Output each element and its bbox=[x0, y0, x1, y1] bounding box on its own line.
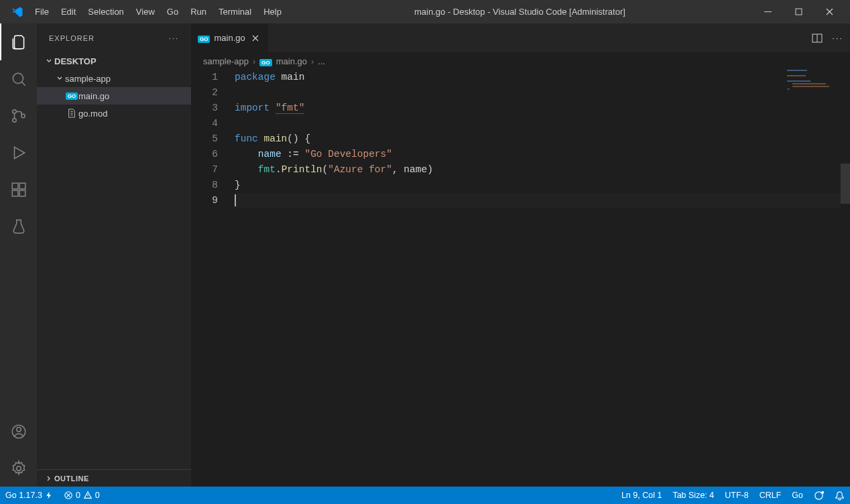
status-tab-size[interactable]: Tab Size: 4 bbox=[667, 487, 719, 504]
chevron-down-icon bbox=[54, 74, 65, 82]
activity-accounts[interactable] bbox=[0, 413, 37, 450]
svg-point-5 bbox=[21, 114, 24, 117]
window-title: main.go - Desktop - Visual Studio Code [… bbox=[288, 7, 752, 17]
menu-edit[interactable]: Edit bbox=[55, 3, 82, 20]
tree-file-label: go.mod bbox=[78, 109, 107, 119]
chevron-right-icon bbox=[44, 475, 54, 483]
menu-terminal[interactable]: Terminal bbox=[213, 3, 257, 20]
activity-extensions[interactable] bbox=[0, 171, 37, 208]
svg-rect-1 bbox=[796, 9, 802, 15]
chevron-right-icon: › bbox=[253, 56, 255, 66]
tree-folder-sample-app[interactable]: sample-app bbox=[37, 70, 191, 87]
tree-root-label: DESKTOP bbox=[54, 56, 97, 66]
svg-rect-0 bbox=[764, 11, 772, 12]
text-cursor bbox=[235, 195, 236, 206]
go-file-icon: GO bbox=[65, 92, 78, 100]
outline-label: OUTLINE bbox=[54, 475, 89, 483]
status-bar: Go 1.17.3 0 0 Ln 9, Col 1 Tab Size: 4 UT… bbox=[0, 487, 850, 504]
svg-point-16 bbox=[822, 491, 824, 493]
code-content[interactable]: package main import "fmt" func main() { … bbox=[235, 70, 850, 487]
go-file-icon: GO bbox=[259, 56, 271, 66]
svg-rect-8 bbox=[12, 190, 18, 196]
tab-label: main.go bbox=[214, 33, 245, 43]
breadcrumbs[interactable]: sample-app › GO main.go › ... bbox=[191, 52, 850, 70]
editor-group: GO main.go ··· sample-app › GO main.go ›… bbox=[191, 23, 850, 487]
more-actions-icon[interactable]: ··· bbox=[832, 33, 843, 43]
status-notifications-icon[interactable] bbox=[829, 487, 850, 504]
svg-point-12 bbox=[16, 466, 21, 470]
sidebar-more-icon[interactable]: ··· bbox=[169, 34, 179, 42]
status-feedback-icon[interactable] bbox=[808, 487, 829, 504]
activity-testing[interactable] bbox=[0, 208, 37, 245]
breadcrumb-symbol[interactable]: ... bbox=[318, 56, 325, 66]
svg-point-4 bbox=[12, 118, 15, 121]
breadcrumb-folder[interactable]: sample-app bbox=[203, 56, 249, 66]
tree-folder-label: sample-app bbox=[65, 74, 111, 84]
error-icon bbox=[64, 491, 73, 500]
maximize-button[interactable] bbox=[783, 0, 814, 23]
menu-bar: File Edit Selection View Go Run Terminal… bbox=[29, 3, 288, 20]
svg-rect-6 bbox=[12, 183, 18, 189]
sidebar-title: EXPLORER bbox=[49, 34, 95, 42]
svg-rect-9 bbox=[19, 190, 25, 196]
minimize-button[interactable] bbox=[752, 0, 783, 23]
minimap[interactable] bbox=[787, 70, 841, 100]
activity-source-control[interactable] bbox=[0, 97, 37, 134]
menu-view[interactable]: View bbox=[130, 3, 161, 20]
close-icon[interactable] bbox=[249, 32, 261, 44]
sidebar-section-outline[interactable]: OUTLINE bbox=[37, 469, 191, 487]
status-encoding[interactable]: UTF-8 bbox=[719, 487, 753, 504]
chevron-right-icon: › bbox=[311, 56, 314, 66]
activity-settings[interactable] bbox=[0, 450, 37, 487]
svg-point-11 bbox=[16, 427, 21, 432]
tree-root[interactable]: DESKTOP bbox=[37, 52, 191, 70]
vscode-logo bbox=[5, 6, 29, 18]
chevron-down-icon bbox=[44, 57, 54, 65]
tree-file-go-mod[interactable]: go.mod bbox=[37, 105, 191, 122]
status-language[interactable]: Go bbox=[786, 487, 808, 504]
tab-main-go[interactable]: GO main.go bbox=[191, 23, 269, 52]
lightning-icon bbox=[45, 491, 53, 499]
activity-search[interactable] bbox=[0, 60, 37, 97]
line-numbers: 1 2 3 4 5 6 7 8 9 bbox=[191, 70, 235, 487]
status-eol[interactable]: CRLF bbox=[754, 487, 787, 504]
editor[interactable]: 1 2 3 4 5 6 7 8 9 package main import "f… bbox=[191, 70, 850, 487]
svg-point-3 bbox=[12, 109, 15, 113]
tree-file-label: main.go bbox=[78, 91, 109, 101]
status-problems[interactable]: 0 0 bbox=[58, 487, 105, 504]
svg-point-2 bbox=[13, 73, 23, 83]
split-editor-icon[interactable] bbox=[812, 33, 823, 44]
sidebar: EXPLORER ··· DESKTOP sample-app GO main.… bbox=[37, 23, 191, 487]
menu-file[interactable]: File bbox=[29, 3, 55, 20]
window-controls bbox=[752, 0, 845, 23]
file-icon bbox=[65, 109, 78, 118]
menu-run[interactable]: Run bbox=[184, 3, 213, 20]
tree-file-main-go[interactable]: GO main.go bbox=[37, 87, 191, 105]
status-cursor-position[interactable]: Ln 9, Col 1 bbox=[616, 487, 667, 504]
close-button[interactable] bbox=[814, 0, 845, 23]
menu-go[interactable]: Go bbox=[161, 3, 184, 20]
breadcrumb-file[interactable]: main.go bbox=[276, 56, 307, 66]
activity-explorer[interactable] bbox=[0, 23, 37, 60]
scrollbar[interactable] bbox=[841, 70, 850, 487]
status-go-version[interactable]: Go 1.17.3 bbox=[0, 487, 58, 504]
svg-rect-7 bbox=[19, 183, 25, 189]
go-file-icon: GO bbox=[198, 33, 210, 43]
tabs-row: GO main.go ··· bbox=[191, 23, 850, 52]
activity-bar bbox=[0, 23, 37, 487]
scrollbar-thumb[interactable] bbox=[841, 164, 850, 204]
menu-selection[interactable]: Selection bbox=[82, 3, 129, 20]
sidebar-header: EXPLORER ··· bbox=[37, 23, 191, 52]
warning-icon bbox=[83, 491, 93, 500]
activity-run-debug[interactable] bbox=[0, 134, 37, 171]
menu-help[interactable]: Help bbox=[257, 3, 288, 20]
title-bar: File Edit Selection View Go Run Terminal… bbox=[0, 0, 850, 23]
tabs-actions: ··· bbox=[812, 23, 850, 52]
